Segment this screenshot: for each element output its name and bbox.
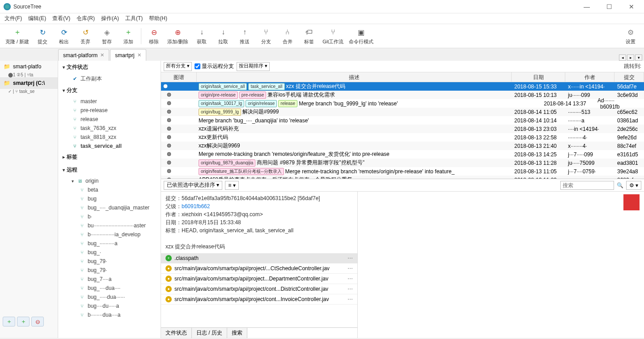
sidebar-item-origin[interactable]: ▾ 🖥origin [58, 176, 161, 185]
toolbar-button[interactable]: ↓获取 [191, 26, 212, 46]
toolbar-button[interactable]: ⊕添加/删除 [165, 26, 191, 46]
sidebar-item[interactable]: ⑂bug_····dua···· [58, 284, 161, 293]
sort-combo[interactable]: 按日期排序 ▾ [237, 62, 270, 71]
col-date[interactable]: 日期 [512, 72, 565, 82]
file-menu-button[interactable]: ⋯ [347, 276, 353, 282]
branch-filter-combo[interactable]: 所有分支 ▾ [164, 62, 192, 71]
tab-prev-button[interactable]: ◂ [619, 54, 626, 61]
commit-row[interactable]: origin/bug_9879_duanqijia 商用问题 #9879 异常费… [161, 159, 644, 167]
commit-list[interactable]: origin/task_service_all task_service_all… [161, 82, 644, 179]
sidebar-item[interactable]: ⑂bug_7····a [58, 275, 161, 284]
col-desc[interactable]: 描述 [197, 72, 512, 82]
commit-row[interactable]: Merge branch 'bug_····_duanqijia' into '… [161, 116, 644, 125]
add-repo-button[interactable]: ＋ [3, 317, 15, 326]
col-commit[interactable]: 提交 [614, 72, 644, 82]
close-button[interactable]: ✕ [623, 3, 640, 10]
close-tab-icon[interactable]: ✕ [137, 52, 141, 58]
commit-row[interactable]: xzx更新代码2018-08-13 22:58··········4·9efe2… [161, 133, 644, 142]
commit-row[interactable]: xzx解决问题99692018-08-13 21:40x········4·88… [161, 142, 644, 150]
detail-tab[interactable]: 日志 / 历史 [192, 328, 227, 338]
sidebar-item[interactable]: ⑂bug····du·····a [58, 301, 161, 310]
toolbar-button[interactable]: ⟳检出 [53, 26, 75, 46]
sidebar-item[interactable]: ⑂bug_79· [58, 266, 161, 275]
toolbar-button[interactable]: ↻提交 [32, 26, 53, 46]
commit-row[interactable]: origin/task_10017_lg origin/release rele… [161, 99, 644, 108]
repo-item[interactable]: 📁smartprj (C:\ [0, 77, 58, 89]
toolbar-button[interactable]: 🏷标签 [298, 26, 320, 46]
maximize-button[interactable]: ☐ [600, 3, 618, 10]
file-item[interactable]: +.classpath⋯ [161, 253, 357, 264]
toolbar-button[interactable]: ◈暂存 [96, 26, 118, 46]
toolbar-button[interactable]: ↓拉取 [212, 26, 234, 46]
show-remote-checkbox[interactable]: 显示远程分支 [195, 63, 234, 70]
file-menu-button[interactable]: ⋯ [347, 286, 353, 292]
repo-item[interactable]: 📁smart-platfo [0, 61, 58, 72]
col-graph[interactable]: 图谱 [161, 72, 197, 82]
menu-item[interactable]: 查看(V) [52, 15, 70, 22]
menu-item[interactable]: 帮助(H) [149, 15, 167, 22]
toolbar-button[interactable]: ＋添加 [118, 26, 139, 46]
file-menu-button[interactable]: ⋯ [347, 265, 353, 272]
sidebar-item[interactable]: ⑂beta [58, 185, 161, 194]
sidebar-item[interactable]: ⑂master [58, 97, 161, 106]
commit-row[interactable]: Merge remote-tracking branch 'remotes/or… [161, 150, 644, 159]
sidebar-item[interactable]: ⑂pre-release [58, 106, 161, 115]
commit-row[interactable]: origin/feature_施工队积分考核--分数录入 Merge remot… [161, 167, 644, 176]
sidebar-item-working-copy[interactable]: ✔工作副本 [58, 74, 161, 84]
commit-row[interactable]: APP460质量检查表点击保存，后还能在点保存，会导致积分重复。2018-08-… [161, 176, 644, 179]
tab-next-button[interactable]: ▸ [627, 54, 634, 61]
toolbar-button[interactable]: ＋克隆 / 新建 [3, 26, 32, 46]
settings-button[interactable]: ⚙设置 [620, 26, 641, 46]
file-item[interactable]: ●src/main/java/com/smartxp/api/project/c… [161, 284, 357, 294]
sidebar-item[interactable]: ⑂bug_· [58, 248, 161, 257]
remove-repo-button[interactable]: ⊖ [31, 317, 44, 326]
menu-item[interactable]: 操作(A) [101, 15, 119, 22]
menu-item[interactable]: 工具(T) [125, 15, 143, 22]
sidebar-section[interactable]: ▸标签 [58, 151, 161, 163]
detail-tab[interactable]: 搜索 [227, 328, 247, 338]
col-author[interactable]: 作者 [565, 72, 614, 82]
commit-row[interactable]: origin/task_service_all task_service_all… [161, 82, 644, 91]
commit-row[interactable]: origin/pre-release pre-release 兼容ios手机端 … [161, 91, 644, 99]
file-item[interactable]: ●src/main/java/com/smartxp/api/project..… [161, 274, 357, 284]
view-mode-button[interactable]: ≡ ▾ [225, 181, 238, 190]
toolbar-button[interactable]: ⊖移除 [143, 26, 165, 46]
sidebar-section[interactable]: ▾远程 [58, 163, 161, 176]
sidebar-section[interactable]: ▾分支 [58, 84, 161, 97]
detail-search-input[interactable] [560, 181, 614, 190]
toolbar-button[interactable]: ↑推送 [234, 26, 255, 46]
parent-link[interactable]: b6091fb662 [182, 203, 210, 209]
sidebar-section[interactable]: ▾文件状态 [58, 61, 161, 74]
sidebar-item[interactable]: ⑂bug_··········a [58, 239, 161, 248]
sidebar-item[interactable]: ⑂bu···························aster [58, 221, 161, 230]
file-item[interactable]: ●src/main/java/com/smartxp/api/project/.… [161, 264, 357, 274]
sidebar-item[interactable]: ⑂release [58, 115, 161, 124]
minimize-button[interactable]: — [578, 3, 596, 10]
file-item[interactable]: ●src/main/java/com/smartxp/api/project/c… [161, 294, 357, 305]
commit-row[interactable]: xzx遗漏代码补充2018-08-13 23:03····in <14194·2… [161, 125, 644, 133]
sidebar-item[interactable]: ⑂b· [58, 212, 161, 221]
gear-button[interactable]: ⚙ ▾ [626, 181, 641, 190]
file-list[interactable]: +.classpath⋯●src/main/java/com/smartxp/a… [161, 253, 357, 327]
sidebar-item[interactable]: ⑂bug_79· [58, 257, 161, 266]
toolbar-button[interactable]: ⑂Git工作流 [320, 26, 346, 46]
file-menu-button[interactable]: ⋯ [347, 255, 353, 261]
toolbar-button[interactable]: ▣命令行模式 [346, 26, 376, 46]
file-sort-combo[interactable]: 已依照选中状态排序 ▾ [164, 181, 222, 190]
sidebar-item[interactable]: ⑂task_7636_xzx [58, 124, 161, 133]
sidebar-item[interactable]: ⑂bug_·····dua······ [58, 293, 161, 301]
menu-item[interactable]: 仓库(R) [76, 15, 95, 22]
sidebar-item[interactable]: ⑂task_8818_xzx [58, 133, 161, 142]
repo-tab[interactable]: smart-platform✕ [58, 49, 109, 61]
close-tab-icon[interactable]: ✕ [100, 52, 104, 58]
menu-item[interactable]: 文件(F) [4, 15, 22, 22]
toolbar-button[interactable]: ↺丢弃 [75, 26, 96, 46]
add-folder-button[interactable]: ＋ [17, 317, 30, 326]
detail-tab[interactable]: 文件状态 [161, 328, 192, 338]
menu-item[interactable]: 编辑(E) [28, 15, 46, 22]
sidebar-item[interactable]: ⑂task_service_all [58, 142, 161, 151]
toolbar-button[interactable]: ⑂分支 [255, 26, 277, 46]
sidebar-item[interactable]: ⑂b················ia_develop [58, 230, 161, 239]
tab-list-button[interactable]: ▾ [635, 54, 642, 61]
sidebar-item[interactable]: ⑂bug_····_duanqijia_master [58, 203, 161, 212]
